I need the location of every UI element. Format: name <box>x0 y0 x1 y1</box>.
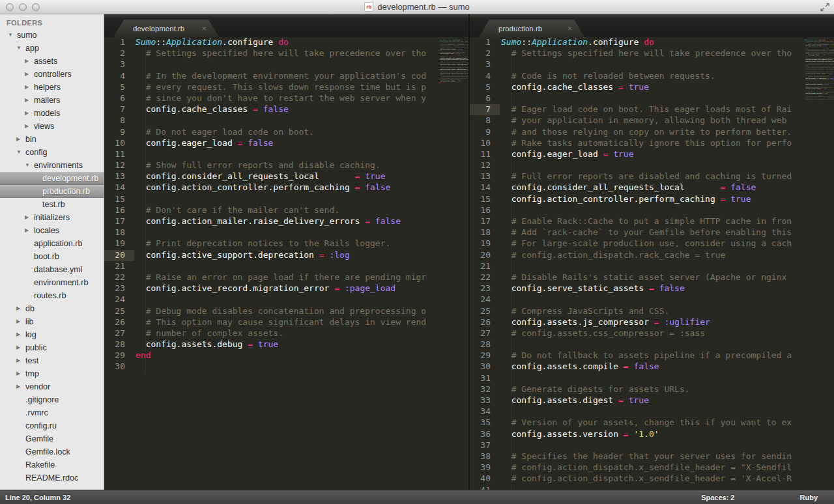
sidebar-file-config.ru[interactable]: config.ru <box>0 419 104 432</box>
sidebar-folder-lib[interactable]: ▶lib <box>0 315 104 328</box>
code-line[interactable]: 22 # Raise an error on page load if ther… <box>104 272 437 283</box>
sidebar-file-README.rdoc[interactable]: README.rdoc <box>0 471 104 484</box>
code-line[interactable]: 27 # number of complex assets. <box>104 328 437 339</box>
code-line[interactable]: 1Sumo::Application.configure do <box>470 37 803 48</box>
code-line[interactable]: 20 config.active_support.deprecation = :… <box>104 250 437 261</box>
code-line[interactable]: 25 # Debug mode disables concatenation a… <box>104 306 437 317</box>
triangle-right-icon[interactable]: ▶ <box>25 55 34 68</box>
sidebar-folder-sumo[interactable]: ▼sumo <box>0 29 104 42</box>
minimize-button[interactable] <box>19 3 27 11</box>
code-line[interactable]: 34 <box>470 406 803 417</box>
code-line[interactable]: 30 config.assets.compile = false <box>470 361 803 372</box>
code-line[interactable]: 33 config.assets.digest = true <box>470 395 803 406</box>
code-line[interactable]: 15 <box>104 194 437 205</box>
code-line[interactable]: 26 config.assets.js_compressor = :uglifi… <box>470 317 803 328</box>
code-line[interactable]: 24 <box>470 294 803 305</box>
triangle-right-icon[interactable]: ▶ <box>16 380 25 393</box>
code-line[interactable]: 38 # Specifies the header that your serv… <box>470 451 803 462</box>
sidebar-file-.rvmrc[interactable]: .rvmrc <box>0 406 104 419</box>
code-line[interactable]: 21 <box>470 261 803 272</box>
sidebar-folder-bin[interactable]: ▶bin <box>0 133 104 146</box>
sidebar-folder-mailers[interactable]: ▶mailers <box>0 94 104 107</box>
code-line[interactable]: 14 config.consider_all_requests_local = … <box>470 182 803 193</box>
sidebar-folder-tmp[interactable]: ▶tmp <box>0 367 104 380</box>
code-line[interactable]: 29end <box>104 350 437 361</box>
code-line[interactable]: 25 # Compress JavaScripts and CSS. <box>470 306 803 317</box>
code-line[interactable]: 36 config.assets.version = '1.0' <box>470 429 803 440</box>
code-line[interactable]: 37 <box>470 440 803 451</box>
code-line[interactable]: 12 # Show full error reports and disable… <box>104 160 437 171</box>
code-line[interactable]: 28 <box>470 339 803 350</box>
tab-development-rb[interactable]: development.rb × <box>113 20 219 37</box>
code-line[interactable]: 21 <box>104 261 437 272</box>
sidebar-folder-models[interactable]: ▶models <box>0 107 104 120</box>
sidebar-folder-assets[interactable]: ▶assets <box>0 55 104 68</box>
sidebar-file-Gemfile.lock[interactable]: Gemfile.lock <box>0 445 104 458</box>
sidebar-file-development.rb[interactable]: development.rb <box>0 172 104 185</box>
sidebar-folder-log[interactable]: ▶log <box>0 328 104 341</box>
code-line[interactable]: 40 # config.action_dispatch.x_sendfile_h… <box>470 473 803 484</box>
sidebar-file-Gemfile[interactable]: Gemfile <box>0 432 104 445</box>
triangle-down-icon[interactable]: ▼ <box>16 146 25 159</box>
sidebar-folder-db[interactable]: ▶db <box>0 302 104 315</box>
close-icon[interactable]: × <box>202 24 219 33</box>
code-line[interactable]: 41 <box>470 485 803 490</box>
triangle-right-icon[interactable]: ▶ <box>16 133 25 146</box>
sidebar-folder-config[interactable]: ▼config <box>0 146 104 159</box>
triangle-right-icon[interactable]: ▶ <box>16 315 25 328</box>
syntax-setting[interactable]: Ruby <box>800 494 818 501</box>
triangle-right-icon[interactable]: ▶ <box>16 341 25 354</box>
triangle-right-icon[interactable]: ▶ <box>25 94 34 107</box>
code-line[interactable]: 39 # config.action_dispatch.x_sendfile_h… <box>470 462 803 473</box>
minimap-development[interactable]: Sumo::Application.configure do # Setting… <box>437 37 468 490</box>
code-line[interactable]: 7 config.cache_classes = false <box>104 104 437 115</box>
code-line[interactable]: 1Sumo::Application.configure do <box>104 37 437 48</box>
triangle-right-icon[interactable]: ▶ <box>25 224 34 237</box>
cursor-position[interactable]: Line 20, Column 32 <box>5 494 70 501</box>
code-area-development[interactable]: 1Sumo::Application.configure do2 # Setti… <box>104 37 437 490</box>
code-line[interactable]: 29 # Do not fallback to assets pipeline … <box>470 350 803 361</box>
sidebar-folder-views[interactable]: ▶views <box>0 120 104 133</box>
code-line[interactable]: 11 <box>104 149 437 160</box>
triangle-right-icon[interactable]: ▶ <box>16 367 25 380</box>
code-line[interactable]: 24 <box>104 294 437 305</box>
code-line[interactable]: 32 # Generate digests for assets URLs. <box>470 384 803 395</box>
code-line[interactable]: 6 <box>470 93 803 104</box>
triangle-right-icon[interactable]: ▶ <box>16 328 25 341</box>
sidebar-file-application.rb[interactable]: application.rb <box>0 237 104 250</box>
triangle-down-icon[interactable]: ▼ <box>25 159 34 172</box>
code-line[interactable]: 5 # every request. This slows down respo… <box>104 82 437 93</box>
sidebar-folder-test[interactable]: ▶test <box>0 354 104 367</box>
code-line[interactable]: 16 <box>470 205 803 216</box>
sidebar-file-environment.rb[interactable]: environment.rb <box>0 276 104 289</box>
code-line[interactable]: 27 # config.assets.css_compressor = :sas… <box>470 328 803 339</box>
close-icon[interactable]: × <box>568 24 584 33</box>
code-line[interactable]: 30 <box>104 361 437 372</box>
sidebar-file-database.yml[interactable]: database.yml <box>0 263 104 276</box>
triangle-right-icon[interactable]: ▶ <box>25 211 34 224</box>
code-line[interactable]: 26 # This option may cause significant d… <box>104 317 437 328</box>
sidebar-file-.gitignore[interactable]: .gitignore <box>0 393 104 406</box>
triangle-down-icon[interactable]: ▼ <box>16 42 25 55</box>
sidebar-file-production.rb[interactable]: production.rb <box>0 185 104 198</box>
code-line[interactable]: 23 config.serve_static_assets = false <box>470 283 803 294</box>
code-line[interactable]: 35 # Version of your assets, change this… <box>470 417 803 428</box>
triangle-right-icon[interactable]: ▶ <box>16 354 25 367</box>
sidebar-folder-initializers[interactable]: ▶initializers <box>0 211 104 224</box>
code-line[interactable]: 3 <box>470 59 803 70</box>
indentation-setting[interactable]: Spaces: 2 <box>701 494 734 501</box>
sidebar-folder-helpers[interactable]: ▶helpers <box>0 81 104 94</box>
fullscreen-icon[interactable] <box>820 3 830 12</box>
sidebar-folder-environments[interactable]: ▼environments <box>0 159 104 172</box>
sidebar-folder-controllers[interactable]: ▶controllers <box>0 68 104 81</box>
code-line[interactable]: 13 config.consider_all_requests_local = … <box>104 171 437 182</box>
code-line[interactable]: 4 # Code is not reloaded between request… <box>470 71 803 82</box>
code-line[interactable]: 12 <box>470 160 803 171</box>
sidebar-folder-public[interactable]: ▶public <box>0 341 104 354</box>
code-line[interactable]: 31 <box>470 373 803 384</box>
code-area-production[interactable]: 1Sumo::Application.configure do2 # Setti… <box>470 37 803 490</box>
code-line[interactable]: 8 <box>104 115 437 126</box>
code-line[interactable]: 17 # Enable Rack::Cache to put a simple … <box>470 216 803 227</box>
code-line[interactable]: 6 # since you don't have to restart the … <box>104 93 437 104</box>
sidebar-folder-app[interactable]: ▼app <box>0 42 104 55</box>
